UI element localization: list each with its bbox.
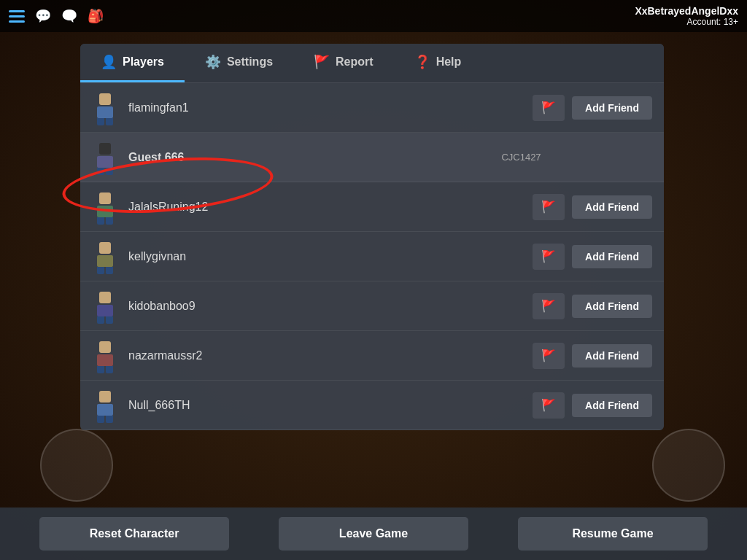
flag-button[interactable]: 🚩: [533, 194, 565, 220]
report-tab-icon: 🚩: [314, 54, 330, 70]
add-friend-button[interactable]: Add Friend: [572, 96, 652, 120]
player-name: Guest 666: [128, 151, 390, 164]
add-friend-button[interactable]: Add Friend: [572, 295, 652, 318]
player-avatar: [92, 292, 118, 321]
right-control[interactable]: [652, 429, 725, 502]
add-friend-button[interactable]: Add Friend: [572, 245, 652, 268]
player-avatar: [92, 391, 118, 420]
account-info: XxBetrayedAngelDxx Account: 13+: [635, 5, 738, 27]
flag-button[interactable]: 🚩: [533, 392, 565, 419]
player-name: JalalsRuning12: [128, 201, 533, 214]
main-panel: 👤 Players ⚙️ Settings 🚩 Report ❓ Help: [80, 44, 664, 430]
resume-game-button[interactable]: Resume Game: [518, 517, 708, 551]
players-tab-icon: 👤: [101, 54, 117, 70]
tabs-bar: 👤 Players ⚙️ Settings 🚩 Report ❓ Help: [80, 44, 664, 83]
player-name: kellygivnan: [128, 250, 533, 263]
tab-settings-label: Settings: [227, 55, 273, 69]
player-row[interactable]: JalalsRuning12 🚩 Add Friend: [80, 182, 664, 232]
top-bar-icons: 💬 🗨️ 🎒: [9, 8, 104, 24]
tab-help[interactable]: ❓ Help: [394, 44, 482, 82]
tab-report[interactable]: 🚩 Report: [293, 44, 394, 82]
leave-game-button[interactable]: Leave Game: [279, 517, 468, 551]
username: XxBetrayedAngelDxx: [635, 5, 738, 17]
player-avatar: [92, 242, 118, 271]
player-row[interactable]: flamingfan1 🚩 Add Friend: [80, 83, 664, 133]
player-row[interactable]: nazarmaussr2 🚩 Add Friend: [80, 331, 664, 381]
hamburger-menu[interactable]: [9, 10, 25, 23]
player-row[interactable]: Guest 666 CJC1427: [80, 133, 664, 182]
tab-report-label: Report: [336, 55, 374, 69]
add-friend-button[interactable]: Add Friend: [572, 344, 652, 368]
add-friend-button[interactable]: Add Friend: [572, 394, 652, 417]
help-tab-icon: ❓: [414, 54, 430, 70]
emote-icon[interactable]: 🗨️: [61, 8, 77, 24]
player-avatar: [92, 192, 118, 222]
add-friend-button[interactable]: Add Friend: [572, 195, 652, 219]
flag-button[interactable]: 🚩: [533, 95, 565, 121]
tab-settings[interactable]: ⚙️ Settings: [185, 44, 293, 82]
player-name: Null_666TH: [128, 399, 533, 412]
player-avatar: [92, 143, 118, 172]
tab-help-label: Help: [436, 55, 462, 69]
center-label: CJC1427: [390, 152, 652, 163]
tab-players[interactable]: 👤 Players: [80, 44, 185, 82]
player-row[interactable]: kellygivnan 🚩 Add Friend: [80, 232, 664, 281]
bottom-buttons-bar: Reset Character Leave Game Resume Game: [0, 508, 747, 560]
backpack-icon[interactable]: 🎒: [88, 8, 104, 24]
player-avatar: [92, 93, 118, 122]
player-name: flamingfan1: [128, 101, 533, 114]
settings-tab-icon: ⚙️: [205, 54, 221, 70]
flag-button[interactable]: 🚩: [533, 343, 565, 369]
player-avatar: [92, 341, 118, 370]
reset-character-button[interactable]: Reset Character: [39, 517, 229, 551]
player-name: kidobanboo9: [128, 300, 533, 313]
player-name: nazarmaussr2: [128, 349, 533, 362]
chat-icon[interactable]: 💬: [35, 8, 51, 24]
player-row[interactable]: Null_666TH 🚩 Add Friend: [80, 381, 664, 430]
players-list: flamingfan1 🚩 Add Friend Guest 666 CJC14…: [80, 83, 664, 430]
top-bar: 💬 🗨️ 🎒 XxBetrayedAngelDxx Account: 13+: [0, 0, 747, 32]
flag-button[interactable]: 🚩: [533, 244, 565, 270]
left-control[interactable]: [40, 429, 113, 502]
player-row[interactable]: kidobanboo9 🚩 Add Friend: [80, 281, 664, 331]
flag-button[interactable]: 🚩: [533, 293, 565, 319]
account-label: Account: 13+: [635, 17, 738, 27]
tab-players-label: Players: [123, 55, 164, 69]
